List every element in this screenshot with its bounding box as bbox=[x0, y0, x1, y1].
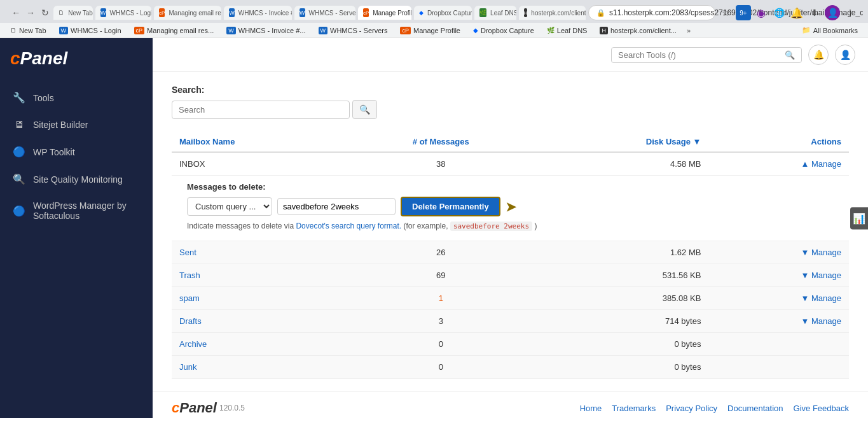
nav-reload[interactable]: ↻ bbox=[39, 5, 51, 20]
tab-newtab[interactable]: 🗋 New Tab bbox=[53, 6, 93, 20]
user-icon-btn[interactable]: 👤 bbox=[835, 45, 855, 65]
nav-forward[interactable]: → bbox=[25, 5, 37, 20]
tab-dropbox[interactable]: ◆ Dropbox Capture bbox=[414, 6, 472, 20]
profile-btn[interactable]: 👤 bbox=[825, 5, 840, 20]
footer: cPanel 120.0.5 Home Trademarks Privacy P… bbox=[153, 391, 868, 418]
mailbox-name-spam: spam bbox=[172, 287, 350, 310]
tab-favicon-newtab: 🗋 bbox=[59, 8, 64, 17]
top-bar: 🔍 🔔 👤 bbox=[153, 38, 868, 72]
delete-permanently-button[interactable]: Delete Permanently bbox=[401, 197, 500, 216]
manage-link-sent[interactable]: Manage bbox=[811, 248, 841, 257]
extension-btn-2[interactable]: ◉ bbox=[754, 5, 769, 20]
browser-actions: ☆ 9+ ◉ 🌐 🔔 ⬇ 👤 ⋮ bbox=[718, 5, 858, 20]
search-tools-box[interactable]: 🔍 bbox=[611, 47, 802, 63]
analytics-tab[interactable]: 📊 bbox=[850, 207, 868, 229]
search-input[interactable] bbox=[172, 101, 350, 119]
wp-toolkit-icon: 🔵 bbox=[13, 146, 25, 158]
junk-link[interactable]: Junk bbox=[179, 362, 196, 372]
sidebar-item-label-tools: Tools bbox=[33, 93, 54, 103]
manage-link-trash[interactable]: Manage bbox=[811, 271, 841, 280]
table-row: Junk 0 0 bytes bbox=[172, 356, 849, 379]
sidebar-item-sitejet[interactable]: 🖥 Sitejet Builder bbox=[0, 111, 153, 138]
disk-usage-spam: 385.08 KB bbox=[532, 287, 709, 310]
extension-btn-5[interactable]: ⬇ bbox=[807, 5, 822, 20]
mailbox-name-junk: Junk bbox=[172, 356, 350, 379]
nav-back[interactable]: ← bbox=[10, 5, 22, 20]
extension-btn-4[interactable]: 🔔 bbox=[789, 5, 804, 20]
app-container: cPanel 🔧 Tools 🖥 Sitejet Builder 🔵 WP To… bbox=[0, 38, 868, 418]
bookmark-star[interactable]: ☆ bbox=[718, 5, 733, 20]
bookmark-whmcs-servers[interactable]: W WHMCS - Servers bbox=[313, 25, 393, 36]
manage-link-inbox[interactable]: Manage bbox=[811, 159, 841, 169]
wordpress-manager-icon: 🔵 bbox=[13, 205, 25, 217]
arrow-indicator: ➤ bbox=[506, 199, 516, 214]
search-button[interactable]: 🔍 bbox=[352, 100, 377, 119]
bookmark-newtab[interactable]: 🗋 New Tab bbox=[5, 25, 52, 36]
footer-link-home[interactable]: Home bbox=[580, 404, 602, 413]
footer-link-feedback[interactable]: Give Feedback bbox=[794, 404, 849, 413]
notification-icon-btn[interactable]: 🔔 bbox=[808, 45, 829, 65]
trash-link[interactable]: Trash bbox=[179, 271, 200, 280]
bookmark-managing-email[interactable]: cP Managing email res... bbox=[129, 25, 219, 36]
bookmarks-folder[interactable]: 📁 All Bookmarks bbox=[797, 25, 863, 36]
bookmark-leaf-dns[interactable]: 🌿 Leaf DNS bbox=[542, 25, 593, 36]
tab-whmcs-login[interactable]: W WHMCS - Login bbox=[95, 6, 151, 20]
bookmark-manage-profile[interactable]: cP Manage Profile bbox=[395, 25, 465, 36]
bookmark-favicon-whmcs-invoice: W bbox=[226, 27, 236, 34]
col-mailbox-name: Mailbox Name bbox=[172, 132, 350, 152]
messages-sent: 26 bbox=[350, 241, 532, 264]
col-disk-usage: Disk Usage ▼ bbox=[532, 132, 709, 152]
bookmark-whmcs-invoice[interactable]: W WHMCS - Invoice #... bbox=[221, 25, 310, 36]
search-tools-icon: 🔍 bbox=[785, 50, 795, 60]
tab-leaf-dns[interactable]: 🌿 Leaf DNS bbox=[474, 6, 516, 20]
sent-link[interactable]: Sent bbox=[179, 248, 196, 257]
tab-managing-email[interactable]: cP Managing email res... bbox=[154, 6, 221, 20]
footer-link-docs[interactable]: Documentation bbox=[727, 404, 783, 413]
manage-link-drafts[interactable]: Manage bbox=[811, 316, 841, 326]
sitejet-icon: 🖥 bbox=[13, 119, 25, 130]
tab-whmcs-invoice[interactable]: W WHMCS - Invoice #... bbox=[224, 6, 292, 20]
mailbox-name-archive: Archive bbox=[172, 333, 350, 356]
sidebar-item-tools[interactable]: 🔧 Tools bbox=[0, 84, 153, 111]
example-code: savedbefore 2weeks bbox=[450, 222, 532, 231]
spam-link[interactable]: spam bbox=[179, 293, 200, 303]
bookmark-hosterpk[interactable]: H hosterpk.com/client... bbox=[595, 25, 681, 36]
more-menu-btn[interactable]: ⋮ bbox=[843, 5, 858, 20]
bookmark-dropbox[interactable]: ◆ Dropbox Capture bbox=[468, 25, 539, 36]
sidebar-item-wp-toolkit[interactable]: 🔵 WP Toolkit bbox=[0, 138, 153, 165]
sidebar-item-label-sitejet: Sitejet Builder bbox=[33, 120, 88, 130]
archive-link[interactable]: Archive bbox=[179, 339, 207, 349]
footer-link-privacy[interactable]: Privacy Policy bbox=[666, 404, 717, 413]
action-drafts: ▼ Manage bbox=[708, 310, 849, 333]
dovecot-link[interactable]: Dovecot's search query format. bbox=[296, 222, 401, 230]
browser-tabs: ← → ↻ 🗋 New Tab W WHMCS - Login cP Manag… bbox=[0, 0, 868, 23]
extension-btn-1[interactable]: 9+ bbox=[736, 5, 751, 20]
folder-icon: 📁 bbox=[802, 26, 811, 34]
sidebar-item-label-site-quality: Site Quality Monitoring bbox=[33, 174, 123, 185]
search-tools-input[interactable] bbox=[618, 50, 781, 60]
manage-link-spam[interactable]: Manage bbox=[811, 293, 841, 303]
delete-query-select[interactable]: Custom query ... bbox=[187, 197, 272, 216]
sidebar-item-label-wordpress-manager: WordPress Manager by Softaculous bbox=[33, 200, 140, 221]
extension-btn-3[interactable]: 🌐 bbox=[771, 5, 787, 20]
mailbox-name-drafts: Drafts bbox=[172, 310, 350, 333]
tab-whmcs-servers[interactable]: W WHMCS - Servers bbox=[294, 6, 355, 20]
tab-manage-profile[interactable]: cP Manage Profile bbox=[358, 6, 411, 20]
address-bar[interactable]: 🔒 s11.hosterpk.com:2083/cpsess2716931202… bbox=[588, 5, 715, 20]
footer-link-trademarks[interactable]: Trademarks bbox=[612, 404, 656, 413]
mailbox-name-sent: Sent bbox=[172, 241, 350, 264]
delete-query-input[interactable] bbox=[277, 198, 396, 215]
search-section: Search: 🔍 bbox=[172, 85, 849, 119]
bookmark-whmcs-login[interactable]: W WHMCS - Login bbox=[54, 25, 127, 36]
main-content: 🔍 🔔 👤 Search: 🔍 Mailbox Nam bbox=[153, 38, 868, 418]
sidebar-item-site-quality[interactable]: 🔍 Site Quality Monitoring bbox=[0, 165, 153, 193]
tab-hosterpk[interactable]: H hosterpk.com/client... bbox=[519, 6, 586, 20]
drafts-link[interactable]: Drafts bbox=[179, 316, 202, 326]
bookmarks-overflow-btn[interactable]: » bbox=[687, 27, 691, 34]
action-junk bbox=[708, 356, 849, 379]
tab-favicon-hosterpk: H bbox=[524, 8, 528, 17]
disk-usage-drafts: 714 bytes bbox=[532, 310, 709, 333]
disk-usage-trash: 531.56 KB bbox=[532, 264, 709, 287]
sidebar-item-wordpress-manager[interactable]: 🔵 WordPress Manager by Softaculous bbox=[0, 193, 153, 229]
sidebar-logo-text: cPanel bbox=[10, 48, 67, 68]
